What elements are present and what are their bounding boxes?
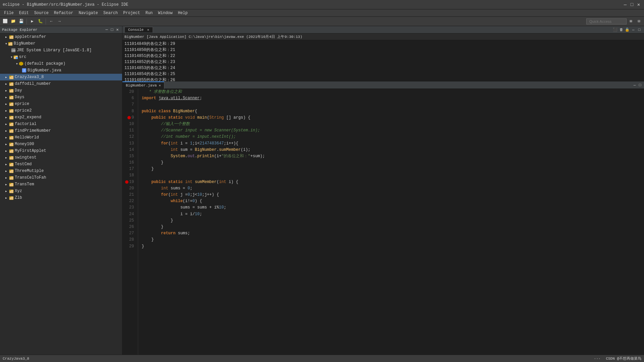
editor-tab-close[interactable]: ✕ [159, 83, 161, 87]
console-panel: Console ✕ ⬛ 🗑 🔒 — □ BigNumber [Java Appl… [122, 26, 644, 81]
expand-arrow[interactable]: ▼ [5, 42, 7, 45]
maximize-button[interactable]: □ [629, 2, 635, 7]
editor-minimize-btn[interactable]: — [632, 82, 637, 88]
code-line: } [142, 224, 641, 230]
tree-label: JRE System Library [JavaSE-1.8] [17, 48, 92, 53]
tree-item-eprice[interactable]: ▶eprice [0, 101, 122, 107]
expand-arrow[interactable]: ▼ [11, 56, 12, 59]
tree-item-bignumber[interactable]: ▼BigNumber [0, 40, 122, 47]
toolbar-perspective-open[interactable]: ⊞ [627, 18, 635, 25]
tree-item-days[interactable]: ▶Days [0, 94, 122, 101]
menu-item-window[interactable]: Window [155, 9, 175, 17]
code-line: import java.util.Scanner; [142, 95, 641, 102]
code-line: i = i/10; [142, 211, 641, 218]
toolbar-perspective-close[interactable]: ⊟ [635, 18, 643, 25]
tree-item-exp2_expend[interactable]: ▶exp2_expend [0, 114, 122, 121]
editor-panel: BigNumber.java ✕ — □ 2067891011121314151… [122, 81, 644, 355]
tree-item-transceltofah[interactable]: ▶TransCelToFah [0, 174, 122, 181]
line-number: 24 [125, 211, 135, 218]
code-line: sums = sums + i%10; [142, 204, 641, 211]
package-explorer: Package Explorer — □ ✕ ▶appletransfer▼Bi… [0, 26, 122, 355]
menu-item-run[interactable]: Run [143, 9, 156, 17]
console-clear-btn[interactable]: 🗑 [619, 27, 624, 33]
tree-icon-project [9, 74, 14, 80]
pe-maximize-btn[interactable]: □ [109, 27, 115, 33]
tree-item-xyz[interactable]: ▶Xyz [0, 188, 122, 194]
expand-arrow[interactable]: ▼ [16, 62, 18, 65]
pe-minimize-btn[interactable]: — [104, 27, 109, 33]
console-minimize-btn[interactable]: — [631, 27, 636, 33]
toolbar-new[interactable]: ⬜ [1, 18, 9, 25]
tree-item-threemutiple[interactable]: ▶ThreeMutiple [0, 168, 122, 174]
tree-item-helloworld[interactable]: ▶HelloWorld [0, 134, 122, 141]
code-line: } [142, 218, 641, 224]
menu-item-edit[interactable]: Edit [16, 9, 32, 17]
toolbar-forward[interactable]: → [56, 18, 63, 25]
console-line: 111014854的各位之和：25 [124, 71, 642, 77]
code-line: for(int i = 1;i<2147483647;i++){ [142, 140, 641, 147]
status-right: ··· CSDN @不想再做菜鸟 [594, 356, 641, 361]
pe-close-btn[interactable]: ✕ [115, 27, 120, 33]
tree-icon-src-folder [13, 54, 18, 60]
menu-item-help[interactable]: Help [175, 9, 191, 17]
toolbar-save[interactable]: 💾 [17, 18, 25, 25]
svg-text:lib: lib [11, 49, 16, 52]
close-button[interactable]: ✕ [636, 2, 641, 7]
code-content[interactable]: * 求整数各位之和import java.util.Scanner; publi… [138, 89, 644, 355]
quick-access-input[interactable] [586, 18, 627, 24]
menu-item-navigate[interactable]: Navigate [76, 9, 101, 17]
tree-item-transtem[interactable]: ▶TransTem [0, 181, 122, 188]
tree-item-myfirstapplet[interactable]: ▶MyFirstApplet [0, 147, 122, 154]
svg-rect-27 [9, 123, 11, 124]
tree-item-eprice2[interactable]: ▶eprice2 [0, 107, 122, 114]
svg-rect-39 [9, 163, 11, 164]
breakpoint-dot[interactable] [127, 116, 131, 119]
code-line: //Scanner input = new Scanner(System.in)… [142, 127, 641, 134]
svg-rect-31 [9, 136, 11, 137]
editor-maximize-btn[interactable]: □ [637, 82, 643, 88]
menu-item-source[interactable]: Source [32, 9, 51, 17]
menu-item-project[interactable]: Project [120, 9, 143, 17]
menu-item-search[interactable]: Search [101, 9, 120, 17]
menu-item-file[interactable]: File [1, 9, 16, 17]
tree-item-jre-system-library-[javase-1.8][interactable]: libJRE System Library [JavaSE-1.8] [0, 47, 122, 54]
tree-item-money100[interactable]: ▶Money100 [0, 141, 122, 147]
tree-item-appletransfer[interactable]: ▶appletransfer [0, 34, 122, 40]
no-arrow: ▶ [5, 170, 9, 173]
svg-rect-7 [14, 56, 15, 57]
breakpoint-dot[interactable] [125, 180, 128, 184]
tree-item-findprimenumber[interactable]: ▶findPrimeNumber [0, 127, 122, 134]
tree-item-(default-package)[interactable]: ▼(default package) [0, 60, 122, 67]
console-tab[interactable]: Console ✕ [124, 27, 153, 33]
tree-item-day[interactable]: ▶Day [0, 87, 122, 94]
svg-point-8 [16, 57, 18, 59]
toolbar-back[interactable]: ← [48, 18, 55, 25]
console-tab-close[interactable]: ✕ [147, 28, 149, 32]
line-numbers: 2067891011121314151617181920212223242526… [122, 89, 138, 355]
editor-tab-bignumber[interactable]: BigNumber.java ✕ [122, 81, 164, 89]
line-number: 16 [125, 160, 135, 166]
line-number: 23 [125, 204, 135, 211]
menu-item-refactor[interactable]: Refactor [51, 9, 76, 17]
tree-item-factorial[interactable]: ▶factorial [0, 121, 122, 127]
tree-item-src[interactable]: ▼src [0, 54, 122, 60]
tree-item-crazyjava3_8[interactable]: ▶CrazyJava3_8 [0, 74, 122, 80]
tree-item-daffodil_number[interactable]: ▶daffodil_number [0, 80, 122, 87]
toolbar-run[interactable]: ▶ [29, 18, 36, 25]
no-arrow: ▶ [5, 89, 9, 92]
tree-item-bignumber.java[interactable]: JBigNumber.java [0, 67, 122, 74]
console-scroll-lock-btn[interactable]: 🔒 [625, 27, 630, 33]
tree-item-testcmd[interactable]: ▶TestCmd [0, 161, 122, 168]
tree-item-swingtest[interactable]: ▶swingtest [0, 154, 122, 161]
tree-label: Day [15, 88, 22, 93]
toolbar-debug[interactable]: 🐛 [37, 18, 44, 25]
minimize-button[interactable]: — [623, 2, 628, 7]
tree-label: Money100 [15, 142, 34, 146]
line-number: 7 [125, 102, 135, 108]
toolbar-open[interactable]: 📁 [9, 18, 17, 25]
tree-label: Days [15, 95, 24, 100]
console-maximize-btn[interactable]: □ [637, 27, 642, 33]
tree-item-zlb[interactable]: ▶Zlb [0, 194, 122, 201]
console-stop-btn[interactable]: ⬛ [612, 27, 618, 33]
tree-label: ThreeMutiple [15, 169, 44, 173]
